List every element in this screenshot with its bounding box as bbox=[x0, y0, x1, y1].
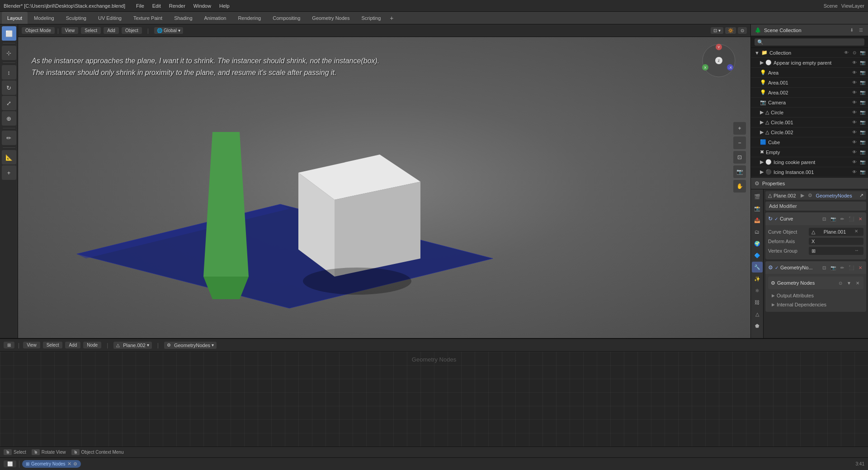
viewport-select-button[interactable]: Select bbox=[81, 27, 101, 34]
ne-add-button[interactable]: Add bbox=[65, 342, 80, 348]
camera-visibility[interactable]: 👁 bbox=[851, 99, 858, 106]
circle001-render[interactable]: 📷 bbox=[859, 119, 866, 126]
ws-tab-scripting[interactable]: Scripting bbox=[356, 12, 386, 24]
geom-nodes-new[interactable]: ✕ bbox=[854, 280, 861, 286]
ne-editor-type-button[interactable]: ⊞ bbox=[4, 342, 14, 348]
ws-tab-compositing[interactable]: Compositing bbox=[267, 12, 306, 24]
icing-instance-render[interactable]: 📷 bbox=[859, 169, 866, 176]
curve-mod-render[interactable]: 📷 bbox=[829, 216, 837, 222]
collection-visibility-button[interactable]: 👁 bbox=[843, 49, 850, 56]
deform-axis-value[interactable]: X bbox=[809, 238, 863, 245]
outliner-item-area001[interactable]: 💡 Area.001 👁 📷 bbox=[751, 78, 868, 88]
ws-tab-uv-editing[interactable]: UV Editing bbox=[93, 12, 127, 24]
prop-tab-material[interactable]: ⬟ bbox=[752, 320, 763, 331]
vertex-group-value[interactable]: ⊞ ↔ bbox=[809, 247, 863, 255]
ws-tab-texture-paint[interactable]: Texture Paint bbox=[128, 12, 168, 24]
circle001-visibility[interactable]: 👁 bbox=[851, 119, 858, 126]
outliner-item-circle001[interactable]: ▶ △ Circle.001 👁 📷 bbox=[751, 118, 868, 127]
viewport-add-button[interactable]: Add bbox=[104, 27, 119, 34]
prop-tab-constraints[interactable]: ⛓ bbox=[752, 297, 763, 308]
cube-render[interactable]: 📷 bbox=[859, 139, 866, 146]
viewport-mode-button[interactable]: Object Mode bbox=[22, 27, 55, 34]
menu-render[interactable]: Render bbox=[165, 2, 189, 9]
icing-cookie-visibility[interactable]: 👁 bbox=[851, 159, 858, 166]
outliner-item-empty[interactable]: ✖ Empty 👁 📷 bbox=[751, 147, 868, 157]
viewport-view-button[interactable]: View bbox=[61, 27, 79, 34]
annotate-tool-button[interactable]: ✏ bbox=[2, 131, 16, 145]
prop-tab-particles[interactable]: ✨ bbox=[752, 273, 763, 284]
cube-visibility[interactable]: 👁 bbox=[851, 139, 858, 146]
geom-nodes-enable-checkbox[interactable]: ✓ bbox=[775, 265, 778, 270]
internal-dependencies-item[interactable]: ▶ Internal Dependencies bbox=[768, 300, 863, 309]
zoom-in-button[interactable]: + bbox=[733, 122, 746, 135]
geom-mod-close[interactable]: ✕ bbox=[857, 265, 863, 271]
circle-visibility[interactable]: 👁 bbox=[851, 109, 858, 116]
empty-render[interactable]: 📷 bbox=[859, 149, 866, 156]
geom-mod-render[interactable]: 📷 bbox=[829, 265, 837, 271]
viewport-object-button[interactable]: Object bbox=[122, 27, 142, 34]
ws-tab-rendering[interactable]: Rendering bbox=[232, 12, 266, 24]
ne-select-button[interactable]: Select bbox=[43, 342, 63, 348]
outliner-item-camera[interactable]: 📷 Camera 👁 📷 bbox=[751, 98, 868, 108]
curve-mod-edit[interactable]: ✏ bbox=[839, 216, 845, 222]
curve-object-clear-button[interactable]: ✕ bbox=[854, 229, 861, 235]
appear-icing-visibility[interactable]: 👁 bbox=[851, 59, 858, 66]
icing-instance-visibility[interactable]: 👁 bbox=[851, 169, 858, 176]
outliner-item-circle002[interactable]: ▶ △ Circle.002 👁 📷 bbox=[751, 127, 868, 137]
navigation-gizmo[interactable]: Y X -X Z bbox=[701, 42, 737, 79]
prop-tab-world[interactable]: 🌍 bbox=[752, 238, 763, 249]
menu-help[interactable]: Help bbox=[216, 2, 233, 9]
xray-button[interactable]: ⊙ bbox=[738, 27, 747, 34]
collection-render-button[interactable]: 📷 bbox=[859, 49, 866, 56]
geom-mod-realtime[interactable]: ⊡ bbox=[821, 265, 827, 271]
outliner-item-circle[interactable]: ▶ △ Circle 👁 📷 bbox=[751, 108, 868, 118]
overlay-dropdown[interactable]: ⊡ ▾ bbox=[711, 27, 723, 34]
node-tag-close-button[interactable]: ✕ bbox=[67, 461, 71, 467]
curve-object-value[interactable]: △ Plane.001 ✕ bbox=[809, 228, 863, 236]
prop-tab-object[interactable]: 🔷 bbox=[752, 250, 763, 261]
modifier-popout-button[interactable]: ↗ bbox=[859, 193, 863, 198]
camera-render[interactable]: 📷 bbox=[859, 99, 866, 106]
appear-icing-render[interactable]: 📷 bbox=[859, 59, 866, 66]
viewport[interactable]: As the instancer approaches the plane, I… bbox=[18, 37, 750, 338]
add-modifier-button[interactable]: Add Modifier bbox=[765, 202, 866, 211]
shading-dropdown[interactable]: 🔆 bbox=[725, 27, 736, 34]
prop-tab-render[interactable]: 📸 bbox=[752, 203, 763, 214]
outliner-item-cube[interactable]: 🟦 Cube 👁 📷 bbox=[751, 137, 868, 147]
outliner-item-appear-icing[interactable]: ▶ ⚪ Appear icing empty parent 👁 📷 bbox=[751, 58, 868, 68]
node-tag-settings-button[interactable]: ⚙ bbox=[73, 461, 77, 466]
geom-nodes-fake-user[interactable]: ⊙ bbox=[837, 280, 844, 286]
ne-object-selector[interactable]: △ Plane.002 ▾ bbox=[113, 342, 152, 349]
outliner-item-icing-instance[interactable]: ▶ ⚫ Icing Instance.001 👁 📷 bbox=[751, 167, 868, 177]
transform-tool-button[interactable]: ⊕ bbox=[2, 111, 16, 126]
area-visibility[interactable]: 👁 bbox=[851, 69, 858, 76]
curve-mod-realtime[interactable]: ⊡ bbox=[821, 216, 827, 222]
select-tool-button[interactable]: ⬜ bbox=[2, 26, 16, 41]
geom-mod-edit[interactable]: ✏ bbox=[839, 265, 845, 271]
prop-tab-view-layer[interactable]: 🗂 bbox=[752, 226, 763, 237]
outliner-search-input[interactable] bbox=[755, 38, 864, 46]
node-editor-canvas[interactable]: Geometry Nodes bbox=[0, 352, 868, 446]
measure-tool-button[interactable]: 📐 bbox=[2, 150, 16, 164]
circle002-visibility[interactable]: 👁 bbox=[851, 129, 858, 136]
circle-render[interactable]: 📷 bbox=[859, 109, 866, 116]
ws-tab-shading[interactable]: Shading bbox=[169, 12, 198, 24]
ws-tab-layout[interactable]: Layout bbox=[2, 12, 28, 24]
outliner-options-button[interactable]: ☰ bbox=[857, 27, 864, 34]
circle002-render[interactable]: 📷 bbox=[859, 129, 866, 136]
ne-nodetree-selector[interactable]: ⚙ GeometryNodes ▾ bbox=[164, 342, 217, 349]
output-attributes-item[interactable]: ▶ Output Attributes bbox=[768, 291, 863, 300]
prop-tab-scene[interactable]: 🎬 bbox=[752, 191, 763, 202]
add-workspace-button[interactable]: + bbox=[387, 14, 396, 22]
empty-visibility[interactable]: 👁 bbox=[851, 149, 858, 156]
ws-tab-sculpting[interactable]: Sculpting bbox=[61, 12, 92, 24]
curve-mod-cage[interactable]: ⬛ bbox=[847, 216, 855, 222]
add-tool-button[interactable]: + bbox=[2, 165, 16, 180]
zoom-out-button[interactable]: − bbox=[733, 136, 746, 149]
outliner-item-collection[interactable]: ▼ 📁 Collection 👁 ⊙ 📷 bbox=[751, 48, 868, 58]
outliner-item-icing-cookie[interactable]: ▶ ⚪ Icing cookie parent 👁 📷 bbox=[751, 157, 868, 167]
transform-global-dropdown[interactable]: 🌐 Global ▾ bbox=[154, 27, 183, 34]
area-render[interactable]: 📷 bbox=[859, 69, 866, 76]
rotate-tool-button[interactable]: ↻ bbox=[2, 80, 16, 95]
zoom-fit-button[interactable]: ⊡ bbox=[733, 151, 746, 164]
